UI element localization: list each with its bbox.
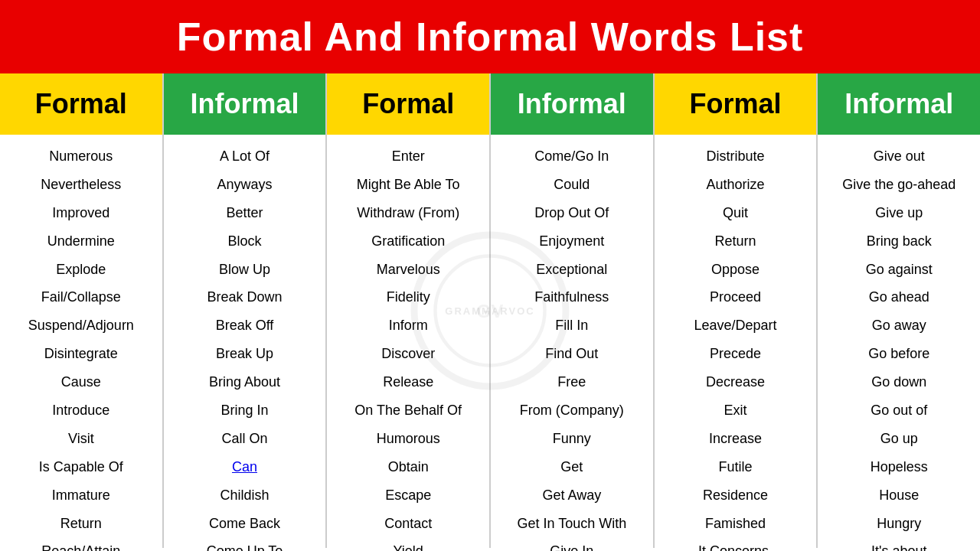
list-item: Futile (658, 453, 813, 481)
list-item: Marvelous (331, 256, 485, 284)
col1-informal-header: Informal (164, 73, 326, 135)
column-1-informal: Informal A Lot Of Anyways Better Block B… (164, 73, 328, 548)
list-item: Bring In (168, 396, 322, 425)
col3-informal-header: Informal (818, 73, 980, 135)
list-item: Suspend/Adjourn (4, 311, 158, 340)
list-item: Authorize (658, 171, 813, 199)
list-item: Fidelity (331, 283, 485, 311)
list-item: Come Back (168, 510, 322, 538)
list-item: Go out of (822, 396, 976, 425)
list-item: A Lot Of (168, 142, 322, 171)
list-item: Free (495, 368, 649, 396)
list-item: Give the go-ahead (822, 171, 976, 199)
column-3-informal: Informal Give out Give the go-ahead Give… (818, 73, 980, 548)
list-item: From (Company) (495, 396, 649, 425)
table-container: GV GRAMMARVOC Formal Numerous Neverthele… (0, 73, 980, 548)
list-item: Give up (822, 199, 976, 227)
list-item: Exceptional (495, 256, 649, 284)
list-item: Introduce (4, 396, 158, 425)
list-item: Humorous (331, 425, 485, 453)
list-item: Break Up (168, 340, 322, 368)
list-item: Leave/Depart (658, 311, 813, 340)
list-item: Anyways (168, 171, 322, 199)
list-item: Could (495, 171, 649, 199)
list-item: Give In (495, 537, 649, 551)
list-item: Return (4, 510, 158, 538)
list-item: Disintegrate (4, 340, 158, 368)
list-item: Funny (495, 425, 649, 453)
list-item: Get In Touch With (495, 510, 649, 538)
list-item: Oppose (658, 256, 813, 284)
col2-informal-header: Informal (491, 73, 653, 135)
list-item: Enter (331, 142, 485, 171)
list-item: Go against (822, 256, 976, 284)
list-item: Go ahead (822, 283, 976, 311)
list-item: Go before (822, 340, 976, 368)
list-item: Blow Up (168, 256, 322, 284)
col2-formal-body: Enter Might Be Able To Withdraw (From) G… (327, 135, 489, 551)
list-item: Immature (4, 481, 158, 510)
list-item: Get (495, 453, 649, 481)
list-item: Numerous (4, 142, 158, 171)
list-item: Go up (822, 425, 976, 453)
list-item: Discover (331, 340, 485, 368)
list-item: Undermine (4, 227, 158, 256)
col1-formal-body: Numerous Nevertheless Improved Undermine… (0, 135, 162, 551)
list-item: Better (168, 199, 322, 227)
list-item: Release (331, 368, 485, 396)
list-item: Go down (822, 368, 976, 396)
list-item: House (822, 481, 976, 510)
col1-formal-header: Formal (0, 73, 162, 135)
list-item: On The Behalf Of (331, 396, 485, 425)
list-item: Escape (331, 481, 485, 510)
column-2-formal: Formal Enter Might Be Able To Withdraw (… (327, 73, 491, 548)
list-item: Bring About (168, 368, 322, 396)
list-item: Bring back (822, 227, 976, 256)
list-item: Come/Go In (495, 142, 649, 171)
list-item: Is Capable Of (4, 453, 158, 481)
list-item: Obtain (331, 453, 485, 481)
list-item: Reach/Attain (4, 537, 158, 551)
list-item: Hopeless (822, 453, 976, 481)
list-item: Drop Out Of (495, 199, 649, 227)
can-link[interactable]: Can (232, 459, 257, 474)
list-item: Find Out (495, 340, 649, 368)
list-item: Call On (168, 425, 322, 453)
list-item: Increase (658, 425, 813, 453)
list-item: Explode (4, 256, 158, 284)
list-item: Break Off (168, 311, 322, 340)
list-item: Block (168, 227, 322, 256)
list-item: Distribute (658, 142, 813, 171)
list-item: Give out (822, 142, 976, 171)
list-item: Inform (331, 311, 485, 340)
list-item: Cause (4, 368, 158, 396)
list-item: Contact (331, 510, 485, 538)
list-item: It's about (822, 537, 976, 551)
list-item: Fail/Collapse (4, 283, 158, 311)
list-item[interactable]: Can (168, 453, 322, 481)
list-item: Quit (658, 199, 813, 227)
list-item: It Concerns, (658, 537, 813, 551)
list-item: Faithfulness (495, 283, 649, 311)
list-item: Famished (658, 510, 813, 538)
list-item: Precede (658, 340, 813, 368)
col1-informal-body: A Lot Of Anyways Better Block Blow Up Br… (164, 135, 326, 551)
list-item: Exit (658, 396, 813, 425)
list-item: Nevertheless (4, 171, 158, 199)
col3-formal-header: Formal (655, 73, 817, 135)
list-item: Might Be Able To (331, 171, 485, 199)
list-item: Residence (658, 481, 813, 510)
title-bar: Formal And Informal Words List (0, 0, 980, 73)
list-item: Decrease (658, 368, 813, 396)
list-item: Hungry (822, 510, 976, 538)
list-item: Improved (4, 199, 158, 227)
list-item: Go away (822, 311, 976, 340)
list-item: Gratification (331, 227, 485, 256)
list-item: Fill In (495, 311, 649, 340)
col3-formal-body: Distribute Authorize Quit Return Oppose … (655, 135, 817, 551)
list-item: Enjoyment (495, 227, 649, 256)
list-item: Break Down (168, 283, 322, 311)
list-item: Childish (168, 481, 322, 510)
column-2-informal: Informal Come/Go In Could Drop Out Of En… (491, 73, 655, 548)
col2-informal-body: Come/Go In Could Drop Out Of Enjoyment E… (491, 135, 653, 551)
